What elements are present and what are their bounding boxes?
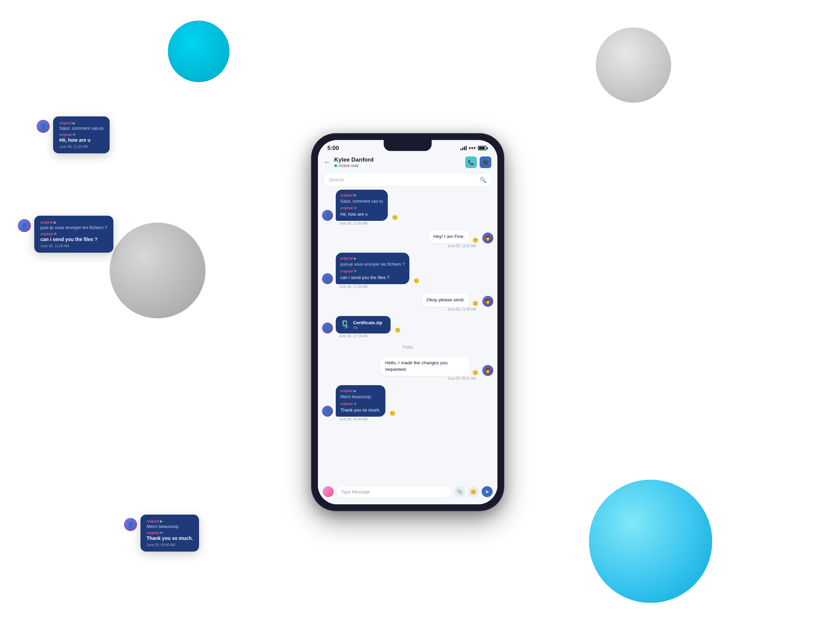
attachment-button[interactable]: 📎 [454, 486, 465, 497]
original-text: Salut, comment vas-tu [340, 199, 383, 205]
message-group-4: 👩 🙂 Okay please send. June 08, 11:08 AM [322, 293, 493, 311]
message-group-1: 👤 original ▶ Salut, comment vas-tu or [322, 190, 493, 225]
float-original-label: original ▶ [59, 121, 103, 125]
float-avatar-1: 👤 [37, 120, 50, 133]
phone-notch [384, 140, 432, 151]
emoji-reaction: 🙂 [395, 327, 400, 333]
message-content: original ▶ Salut, comment vas-tu origina… [336, 190, 388, 221]
avatar-image: 👤 [322, 273, 333, 284]
floating-bubble-4: 👤 original ▶ Merci beaucoup. original ⟳ … [140, 515, 199, 552]
message-content: Hey! I am Fine. [429, 230, 470, 244]
translated-text: Thank you so much. [340, 407, 381, 413]
float-timestamp: June 08, 11:00 AM [59, 145, 103, 149]
translated-text: Hii, how are u [340, 211, 383, 218]
search-placeholder: Search [329, 177, 477, 182]
message-bubble: Hello, I made the changes you requested. [380, 356, 469, 376]
message-bubble: original ▶ Merci beaucoup. original ⟳ Th… [336, 385, 385, 417]
table-row: 👤 🗜️ Certificate.zip zip 🙂 [322, 316, 493, 333]
message-content: 🗜️ Certificate.zip zip [336, 316, 391, 333]
call-button[interactable]: 📞 [465, 156, 477, 168]
message-content: Hello, I made the changes you requested. [380, 356, 469, 376]
message-bubble: original ▶ Salut, comment vas-tu origina… [336, 190, 388, 221]
avatar: 👩 [482, 296, 493, 307]
wifi-icon: ▾▾▾ [469, 146, 476, 151]
avatar: 👤 [322, 210, 333, 221]
emoji-reaction: 🙂 [472, 301, 478, 306]
table-row: 👤 original ▶ Merci beaucoup. original [322, 385, 493, 417]
translated-label: original ⟳ [340, 402, 381, 406]
float-translated-text: can i send you the files ? [40, 236, 107, 242]
avatar: 👤 [322, 322, 333, 333]
avatar: 👩 [482, 365, 493, 376]
decorative-circle-cyan-right [589, 480, 712, 603]
float-translated-text: Thank you so much. [147, 535, 193, 541]
messages-area: 👤 original ▶ Salut, comment vas-tu or [318, 190, 497, 483]
message-bubble: Okay please send. [422, 293, 470, 307]
original-label: original ▶ [340, 256, 405, 261]
avatar-image: 👩 [482, 365, 493, 376]
back-button[interactable]: ← [324, 158, 331, 166]
float-timestamp: June 09, 09:40 AM [147, 543, 193, 547]
message-timestamp: June 08, 11:00 AM [322, 221, 493, 225]
message-content: Okay please send. [422, 293, 470, 307]
float-avatar-2: 👤 [18, 219, 31, 232]
file-name: Certificate.zip [353, 320, 382, 325]
floating-bubble-1: 👤 original ▶ Salut, comment vas-tu origi… [53, 117, 110, 153]
phone-frame: 5:00 ▾▾▾ ← Kylee Danford [312, 134, 504, 511]
float-timestamp: June 08, 11:05 AM [40, 244, 107, 248]
contact-status: Active now [334, 163, 462, 168]
signal-icon [460, 146, 467, 150]
file-icon: 🗜️ [340, 320, 350, 329]
avatar-image: 👤 [322, 406, 333, 417]
search-icon: 🔍 [480, 177, 486, 183]
input-bar: Type Message 📎 😊 ➤ [318, 483, 497, 504]
file-type: zip [353, 325, 382, 330]
input-avatar [323, 486, 334, 497]
emoji-reaction: 🙂 [414, 278, 419, 284]
message-timestamp: June 08, 11:05 AM [322, 285, 493, 288]
original-label: original ▶ [340, 193, 383, 198]
message-bubble: original ▶ puis-je vous envoyer les fich… [336, 253, 410, 284]
message-group-7: 👤 original ▶ Merci beaucoup. original [322, 385, 493, 421]
message-group-2: 👩 🙂 Hey! I am Fine. June 08, 11:02 AM [322, 230, 493, 248]
float-translated-label: original ⟳ [40, 232, 107, 236]
input-actions: 📎 😊 ➤ [454, 486, 493, 497]
original-label: original ▶ [340, 389, 381, 393]
decorative-circle-cyan [168, 20, 229, 82]
avatar-image: 👤 [322, 322, 333, 333]
file-bubble: 🗜️ Certificate.zip zip [336, 316, 391, 333]
phone-screen: 5:00 ▾▾▾ ← Kylee Danford [318, 140, 497, 504]
table-row: 👤 original ▶ Salut, comment vas-tu or [322, 190, 493, 221]
message-group-5: 👤 🗜️ Certificate.zip zip 🙂 [322, 316, 493, 338]
video-button[interactable]: 🎥 [480, 156, 491, 168]
float-original-text: Salut, comment vas-tu [59, 126, 103, 131]
table-row: 👤 original ▶ puis-je vous envoyer les fi… [322, 253, 493, 284]
date-divider: Today [322, 345, 493, 350]
avatar: 👤 [322, 273, 333, 284]
float-avatar-4: 👤 [124, 518, 137, 531]
table-row: 👩 🙂 Hello, I made the changes you reques… [374, 356, 493, 376]
header-info: Kylee Danford Active now [334, 156, 462, 168]
message-timestamp: June 09, 09:40 AM [322, 417, 493, 421]
emoji-reaction: 🙂 [472, 237, 478, 243]
avatar-image: 👩 [482, 233, 493, 244]
float-translated-label: original ⟳ [59, 133, 103, 136]
message-content: original ▶ puis-je vous envoyer les fich… [336, 253, 410, 284]
float-translated-text: Hii, how are u [59, 137, 103, 143]
message-timestamp: June 08, 11:02 AM [446, 244, 493, 248]
message-timestamp: June 08, 11:08 AM [446, 307, 493, 311]
original-text: Merci beaucoup. [340, 394, 381, 400]
message-timestamp: June 08, 11:15 AM [322, 334, 493, 338]
original-text: puis-je vous envoyer les fichiers ? [340, 262, 405, 268]
message-input[interactable]: Type Message [337, 486, 452, 497]
send-button[interactable]: ➤ [482, 486, 493, 497]
status-text: Active now [339, 163, 359, 168]
decorative-circle-gray-left [110, 222, 206, 318]
emoji-button[interactable]: 😊 [468, 486, 479, 497]
translated-label: original ⟳ [340, 206, 383, 210]
search-bar[interactable]: Search 🔍 [324, 173, 491, 186]
avatar: 👩 [482, 233, 493, 244]
message-bubble: Hey! I am Fine. [429, 230, 470, 244]
decorative-circle-gray-top [596, 28, 671, 103]
status-time: 5:00 [328, 145, 339, 152]
